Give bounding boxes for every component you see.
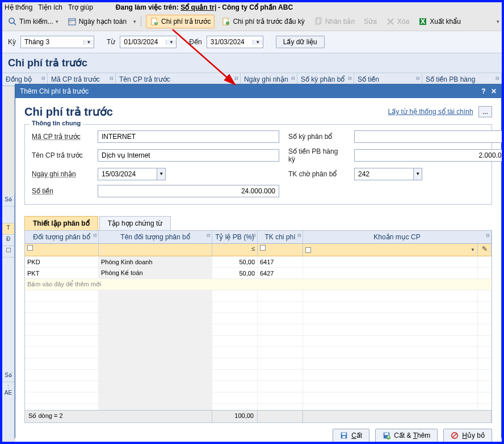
left-strip: Số T Đ Số : AE: [2, 195, 15, 439]
svg-point-0: [9, 18, 14, 23]
save-and-add-button[interactable]: + Cất & Thêm: [375, 429, 438, 442]
copy-icon: [314, 17, 323, 26]
allocation-row[interactable]: PKTPhòng Kế toán50,006427: [25, 268, 492, 279]
code-input[interactable]: [98, 130, 279, 143]
gcol-object[interactable]: Đối tượng phân bổ⊟: [25, 231, 99, 243]
dialog-tabs: Thiết lập phân bổ Tập hợp chứng từ: [24, 216, 492, 230]
calendar-icon: [68, 17, 77, 26]
menubar: Hệ thống Tiện ích Trợ giúp Đang làm việc…: [2, 2, 502, 12]
save-button[interactable]: Cất: [333, 429, 369, 442]
periods-input[interactable]: [354, 130, 502, 143]
allocation-row[interactable]: PKDPhòng Kinh doanh50,006417: [25, 256, 492, 268]
code-label: Mã CP trả trước: [32, 133, 89, 141]
allocation-grid: Đối tượng phân bổ⊟ Tên đối tượng phân bổ…: [24, 230, 492, 423]
row-count: Số dòng = 2: [25, 411, 212, 422]
periods-label: Số kỳ phân bổ: [288, 133, 345, 141]
section-title: Chi phí trả trước: [2, 53, 502, 73]
toolbar-duplicate: Nhân bản: [312, 16, 357, 27]
toolbar-prepaid-opening[interactable]: Chi phí trả trước đầu kỳ: [219, 16, 306, 27]
name-input[interactable]: [98, 149, 279, 162]
dialog-close-button[interactable]: ✕: [491, 87, 497, 95]
search-icon: [8, 17, 17, 26]
svg-line-24: [453, 434, 457, 438]
svg-point-9: [226, 22, 229, 25]
period-label: Kỳ: [8, 38, 16, 46]
general-info-fieldset: Thông tin chung Mã CP trả trước Số kỳ ph…: [24, 124, 492, 205]
to-date[interactable]: 31/03/2024▼: [207, 36, 263, 48]
toolbar: Tìm kiếm...▾ Ngày hạch toán ▾ + Chi phí …: [2, 12, 502, 31]
tab-allocation[interactable]: Thiết lập phân bổ: [24, 216, 98, 230]
save-add-icon: +: [383, 432, 390, 439]
excel-icon: X: [418, 17, 427, 26]
working-on-title: Đang làm việc trên: Sổ quản trị - Công t…: [116, 3, 293, 11]
fieldset-legend: Thông tin chung: [30, 120, 83, 126]
date-dropdown[interactable]: ▼: [157, 168, 166, 180]
tab-documents[interactable]: Tập hợp chứng từ: [99, 216, 171, 230]
menu-system[interactable]: Hệ thống: [5, 3, 32, 11]
load-from-financial-link[interactable]: Lấy từ hệ thống sổ tài chính: [388, 108, 473, 116]
toolbar-overflow-2[interactable]: ▾: [497, 19, 499, 24]
save-icon: [340, 432, 348, 439]
svg-rect-4: [70, 22, 71, 23]
cancel-icon: [451, 432, 459, 439]
name-label: Tên CP trả trước: [32, 151, 89, 159]
period-combo[interactable]: Tháng 3▼: [20, 36, 94, 48]
gcol-cost-item[interactable]: Khoản mục CP⊟: [303, 231, 492, 243]
svg-text:X: X: [421, 18, 425, 26]
waiting-account-label: TK chờ phân bổ: [288, 170, 345, 178]
toolbar-accounting-date[interactable]: Ngày hạch toán: [65, 16, 129, 27]
gcol-percent[interactable]: Tỷ lệ PB (%)⊟: [212, 231, 258, 243]
svg-rect-18: [343, 436, 346, 438]
dialog-titlebar: Thêm Chi phí trả trước ? ✕: [15, 84, 501, 98]
dialog-footer: Cất + Cất & Thêm Hủy bỏ: [15, 423, 501, 442]
to-label: Đến: [189, 38, 201, 46]
filter-bar: Kỳ Tháng 3▼ Từ 01/03/2024▼ Đến 31/03/202…: [2, 31, 502, 53]
toolbar-export[interactable]: X Xuất khẩu: [416, 16, 463, 27]
amount-label: Số tiền: [32, 187, 89, 195]
per-period-label: Số tiền PB hàng kỳ: [288, 147, 345, 163]
amount-input[interactable]: [98, 185, 279, 197]
toolbar-edit: Sửa: [362, 16, 379, 27]
waiting-account-input[interactable]: [354, 168, 413, 180]
percent-total: 100,00: [212, 411, 258, 422]
dialog-heading: Chi phí trả trước: [24, 105, 113, 119]
delete-icon: [386, 17, 395, 26]
gcol-expense-account[interactable]: TK chi phí⊟: [258, 231, 303, 243]
prepaid-expense-dialog: Thêm Chi phí trả trước ? ✕ Chi phí trả t…: [15, 84, 502, 438]
toolbar-search[interactable]: Tìm kiếm...▾: [6, 16, 61, 27]
from-label: Từ: [107, 38, 115, 46]
from-date[interactable]: 01/03/2024▼: [120, 36, 177, 48]
more-options-button[interactable]: ...: [478, 106, 492, 117]
document-icon: [221, 17, 230, 26]
svg-line-1: [14, 23, 16, 25]
waiting-account-dropdown[interactable]: ▼: [413, 168, 422, 180]
fetch-data-button[interactable]: Lấy dữ liệu: [276, 36, 325, 48]
date-label: Ngày ghi nhận: [32, 170, 89, 178]
edit-filter-icon[interactable]: ✎: [482, 245, 488, 253]
svg-text:+: +: [387, 433, 390, 439]
per-period-input[interactable]: [354, 149, 502, 162]
dialog-title-text: Thêm Chi phí trả trước: [20, 87, 89, 95]
menu-utilities[interactable]: Tiện ích: [38, 3, 62, 11]
document-add-icon: +: [150, 17, 159, 26]
dialog-help-button[interactable]: ?: [481, 87, 485, 95]
date-input[interactable]: [98, 168, 157, 180]
toolbar-overflow-1[interactable]: ▾: [133, 19, 136, 24]
toolbar-delete: Xóa: [384, 16, 411, 27]
svg-rect-2: [69, 19, 75, 25]
cancel-button[interactable]: Hủy bỏ: [443, 429, 492, 442]
add-new-row-placeholder[interactable]: Bấm vào đây để thêm mới: [25, 279, 492, 290]
svg-text:+: +: [154, 18, 158, 26]
grid-filter-row[interactable]: ≤ ▼ ✎: [25, 244, 492, 256]
menu-help[interactable]: Trợ giúp: [68, 3, 93, 11]
svg-rect-17: [342, 433, 346, 435]
toolbar-prepaid-expense[interactable]: + Chi phí trả trước: [146, 15, 215, 28]
gcol-object-name[interactable]: Tên đối tượng phân bổ⊟: [99, 231, 212, 243]
